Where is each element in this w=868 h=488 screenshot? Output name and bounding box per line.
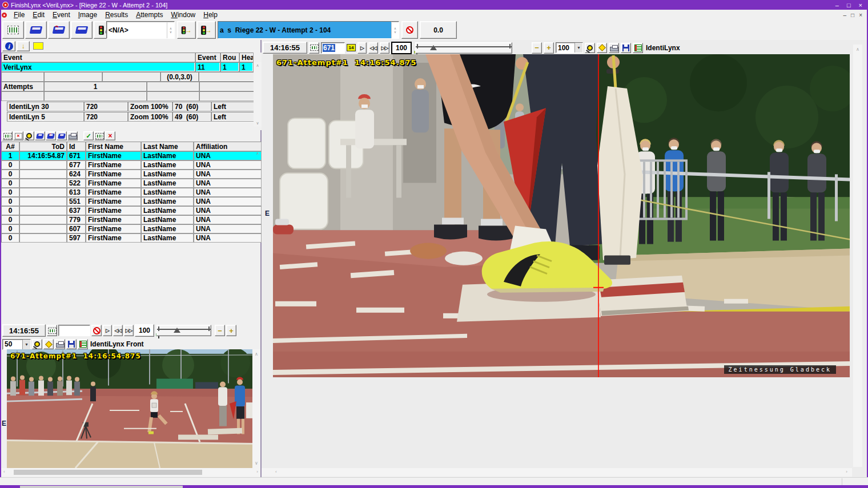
preview-pan-button[interactable] [32, 339, 42, 349]
slider-thumb[interactable] [174, 328, 180, 333]
results-scrollbar[interactable]: ∧ [254, 151, 262, 168]
main-pan-button[interactable] [585, 43, 595, 53]
camera-row[interactable]: IdentiLyn 5 720 Zoom 100% 49 (60) Left [1, 112, 262, 122]
dropdown-icon[interactable]: ▾ [22, 340, 30, 349]
load-results-button[interactable]: ↓ [17, 41, 30, 51]
scroll-down-icon[interactable]: ∨ [256, 121, 259, 126]
close-button[interactable]: × [859, 2, 862, 9]
event-selector-combo[interactable]: a s Riege 22 - W - Attempt 2 - 104 ∧∨ [218, 21, 399, 39]
col-affiliation[interactable]: Affiliation [194, 142, 262, 151]
main-grid-button[interactable] [633, 43, 643, 53]
preview-no-photo-button[interactable] [91, 325, 102, 336]
preview-id-field[interactable] [58, 325, 90, 336]
mdi-restore-button[interactable]: □ [851, 12, 854, 18]
maximize-button[interactable]: □ [847, 2, 851, 9]
col-tod[interactable]: ToD [19, 142, 67, 151]
preview-zoom-in-button[interactable]: + [226, 325, 236, 336]
results-row[interactable]: 1 14:16:54.87 671 FirstName LastName UNA [1, 151, 262, 160]
main-prev-button[interactable]: ◁◁ [368, 42, 378, 54]
col-event[interactable]: Event [1, 53, 195, 62]
event-round-cell[interactable]: 1 [220, 62, 239, 72]
col-heat[interactable]: Hea [239, 53, 254, 62]
preview-zoom-combo[interactable]: 50 ▾ [2, 339, 31, 350]
combo-spinner[interactable]: ∧∨ [391, 22, 399, 38]
insert-row-button[interactable]: ✓ [83, 131, 94, 140]
main-rate-display[interactable]: 100 [391, 42, 412, 54]
col-event-num[interactable]: Event [195, 53, 220, 62]
main-video-image[interactable]: 671-Attempt#1 14:16:54.875 Zeitnessung G… [273, 54, 850, 377]
menu-item[interactable]: File [10, 10, 29, 19]
menu-item[interactable]: Edit [29, 10, 49, 19]
results-row[interactable]: 0 522 FirstName LastName UNA [1, 179, 262, 188]
load-unnamed-button[interactable]: ? [48, 21, 70, 39]
event-num-cell[interactable]: 11 [195, 62, 220, 72]
results-search-button[interactable] [24, 131, 34, 140]
main-zoom-out-button[interactable]: − [532, 42, 542, 54]
combo-spinner[interactable]: ∧∨ [167, 22, 174, 38]
results-clear-button[interactable]: × [13, 131, 23, 140]
attempts-label-cell[interactable]: Attempts [1, 82, 44, 91]
event-grid-scrollbar[interactable]: ∧ ∨ [254, 62, 262, 127]
menu-item[interactable]: Window [167, 10, 200, 19]
event-row-selected[interactable]: VeriLynx 11 1 1 [1, 62, 262, 72]
main-capture-button[interactable] [309, 42, 319, 54]
main-play-button[interactable]: ▷ [357, 42, 367, 54]
results-row[interactable]: 0 607 FirstName LastName UNA [1, 224, 262, 233]
col-attempt[interactable]: A# [1, 142, 19, 151]
col-id[interactable]: Id [67, 142, 86, 151]
col-first-name[interactable]: First Name [86, 142, 141, 151]
minimize-button[interactable]: – [835, 2, 839, 9]
menu-item[interactable]: Help [199, 10, 222, 19]
menu-item[interactable]: Attempts [132, 10, 167, 19]
event-heat-cell[interactable]: 1 [239, 62, 254, 72]
preview-play-button[interactable]: ▷ [103, 325, 112, 336]
preview-next-button[interactable]: ▷▷ [124, 325, 134, 336]
start-all-cameras-button[interactable]: → [177, 21, 196, 39]
results-row[interactable]: 0 779 FirstName LastName UNA [1, 215, 262, 224]
main-id-field[interactable]: 671 [321, 42, 345, 54]
preview-speed-slider[interactable] [156, 325, 211, 336]
col-round[interactable]: Rou [220, 53, 239, 62]
col-last-name[interactable]: Last Name [141, 142, 194, 151]
main-print-button[interactable] [609, 43, 619, 53]
preview-vscrollbar[interactable]: ∧ ∨ [252, 349, 260, 468]
delete-row-button[interactable]: × [105, 131, 115, 140]
preview-save-button[interactable] [66, 339, 77, 349]
results-row[interactable]: 0 677 FirstName LastName UNA [1, 160, 262, 170]
results-row[interactable]: 0 551 FirstName LastName UNA [1, 197, 262, 206]
mdi-child-icon[interactable] [1, 12, 7, 18]
mdi-minimize-button[interactable]: – [843, 12, 847, 18]
save-event-button[interactable]: ↓ [71, 21, 93, 39]
wind-gauge-cell[interactable]: (0.0,3.0) [160, 72, 199, 82]
main-speed-slider[interactable] [415, 42, 512, 54]
results-row[interactable]: 0 613 FirstName LastName UNA [1, 188, 262, 197]
preview-crop-button[interactable] [43, 339, 54, 349]
capture-row-button[interactable] [94, 131, 105, 140]
slider-thumb[interactable] [430, 45, 437, 50]
dropdown-icon[interactable]: ▾ [574, 43, 582, 53]
wind-disabled-button[interactable] [401, 21, 418, 39]
load-schedule-button[interactable]: ↑ [25, 21, 47, 39]
results-row[interactable]: 0 624 FirstName LastName UNA [1, 170, 262, 179]
menu-item[interactable]: Image [74, 10, 101, 19]
attempts-value-cell[interactable]: 1 [44, 82, 147, 91]
preview-video-image[interactable]: 671-Attempt#1 14:16:54.875 [7, 349, 252, 468]
event-color-swatch[interactable] [33, 42, 43, 50]
menu-item[interactable]: Event [49, 10, 74, 19]
main-hscrollbar[interactable]: ‹ › [262, 468, 852, 477]
main-zoom-combo[interactable]: 100 ▾ [556, 42, 583, 53]
results-reload-button[interactable]: ? [46, 131, 56, 140]
preview-prev-button[interactable]: ◁◁ [113, 325, 123, 336]
main-vscrollbar[interactable]: ∧ [853, 45, 862, 467]
main-event-marker[interactable]: E [265, 209, 270, 217]
scroll-up-icon[interactable]: ∧ [256, 63, 259, 68]
preview-rate-display[interactable]: 100 [135, 324, 154, 337]
start-capture-button[interactable]: → [197, 21, 216, 39]
title-bar[interactable]: FinishLynx <VeriLynx> - [Riege 22 - W - … [0, 0, 868, 10]
preview-grid-button[interactable] [78, 339, 88, 349]
preview-hscrollbar[interactable]: ‹ › [1, 468, 260, 477]
scroll-thumb[interactable] [14, 470, 202, 475]
results-capture-button[interactable] [2, 131, 13, 140]
preview-event-marker[interactable]: E [2, 420, 6, 427]
main-zoom-in-button[interactable]: + [544, 42, 554, 54]
